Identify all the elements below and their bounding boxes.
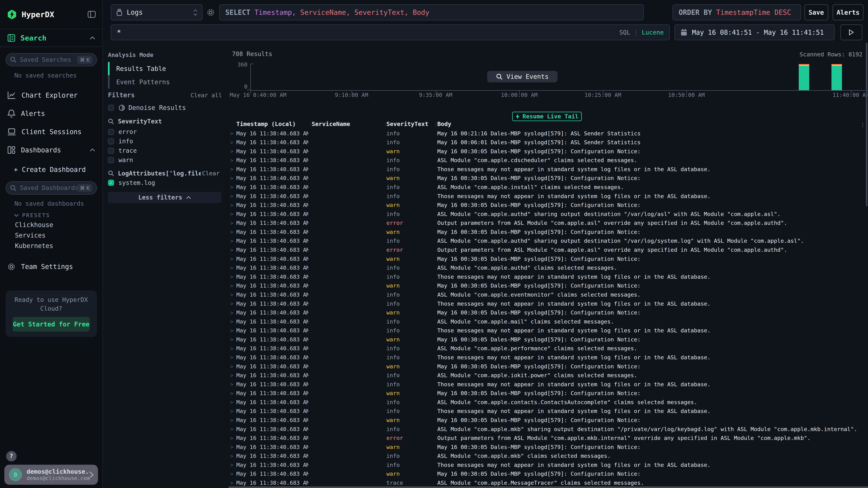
sidebar-item-client-sessions[interactable]: Client Sessions (0, 123, 102, 141)
table-row[interactable]: >May 16 11:38:40.683 AMwarnMay 16 00:30:… (228, 469, 866, 479)
table-row[interactable]: >May 16 11:38:40.683 AMinfoASL Module "c… (228, 452, 866, 460)
expand-row-icon[interactable]: > (228, 274, 236, 280)
table-row[interactable]: >May 16 11:38:40.683 AMinfoASL Module "c… (228, 425, 866, 433)
table-row[interactable]: >May 16 11:38:40.683 AMinfoASL Module "c… (228, 236, 866, 246)
user-menu[interactable]: D demos@clickhouse.com demos@clickhouse.… (4, 465, 98, 485)
expand-row-icon[interactable]: > (228, 229, 236, 235)
expand-row-icon[interactable]: > (228, 211, 236, 217)
expand-row-icon[interactable]: > (228, 130, 236, 136)
table-row[interactable]: >May 16 11:38:40.683 AMinfoThose message… (228, 272, 866, 281)
mode-sql[interactable]: SQL (619, 29, 630, 36)
col-severitytext[interactable]: SeverityText (386, 121, 433, 129)
table-row[interactable]: >May 16 11:38:40.683 AMtraceASL Module "… (228, 479, 866, 487)
table-row[interactable]: >May 16 11:38:40.683 AMinfoASL Module "c… (228, 156, 866, 165)
col-servicename[interactable]: ServiceName (312, 121, 383, 129)
table-row[interactable]: >May 16 11:38:40.683 AMwarnMay 16 00:30:… (228, 147, 866, 156)
checkbox[interactable] (108, 157, 114, 163)
facet-option-info[interactable]: info (108, 138, 133, 145)
expand-row-icon[interactable]: > (228, 336, 236, 342)
expand-row-icon[interactable]: > (228, 175, 236, 181)
checkbox-checked[interactable]: ✓ (108, 180, 114, 186)
view-events-button[interactable]: View Events (487, 71, 558, 83)
expand-row-icon[interactable]: > (228, 426, 236, 432)
table-row[interactable]: >May 16 11:38:40.683 AMinfoMay 16 00:06:… (228, 138, 866, 147)
order-by-input[interactable]: ORDER BY TimestampTime DESC (673, 4, 801, 21)
expand-row-icon[interactable]: > (228, 328, 236, 333)
expand-row-icon[interactable]: > (228, 390, 236, 396)
table-row[interactable]: >May 16 11:38:40.683 AMinfoThose message… (228, 299, 866, 308)
table-row[interactable]: >May 16 11:38:40.683 AMwarnMay 16 00:30:… (228, 254, 866, 263)
table-row[interactable]: >May 16 11:38:40.683 AMinfoASL Module "c… (228, 263, 866, 272)
table-row[interactable]: >May 16 11:38:40.683 AMwarnMay 16 00:30:… (228, 228, 866, 236)
get-started-button[interactable]: Get Started for Free (13, 317, 90, 331)
checkbox[interactable] (108, 138, 114, 144)
expand-row-icon[interactable]: > (228, 292, 236, 297)
facet-option-system-log[interactable]: ✓ system.log (108, 179, 155, 186)
column-resize-handle[interactable]: ⋮ (308, 121, 312, 129)
expand-row-icon[interactable]: > (228, 310, 236, 316)
expand-row-icon[interactable]: > (228, 265, 236, 271)
facet-option-trace[interactable]: trace (108, 147, 137, 154)
source-settings-gear-icon[interactable] (207, 8, 215, 17)
table-row[interactable]: >May 16 11:38:40.683 AMerrorOutput param… (228, 219, 866, 228)
expand-row-icon[interactable]: > (228, 363, 236, 369)
expand-row-icon[interactable]: > (228, 480, 236, 486)
expand-row-icon[interactable]: > (228, 399, 236, 405)
table-row[interactable]: >May 16 11:38:40.683 AMwarnMay 16 00:30:… (228, 443, 866, 452)
resume-live-tail-button[interactable]: Resume Live Tail (512, 112, 582, 121)
sidebar-item-search[interactable]: Search (0, 29, 102, 47)
checkbox[interactable] (108, 148, 114, 154)
collapse-sidebar-icon[interactable] (88, 10, 96, 18)
expand-row-icon[interactable]: > (228, 166, 236, 172)
preset-kubernetes[interactable]: Kubernetes (15, 242, 102, 250)
expand-row-icon[interactable]: > (228, 247, 236, 253)
search-icon[interactable] (108, 119, 114, 125)
expand-row-icon[interactable]: > (228, 471, 236, 477)
create-dashboard-button[interactable]: + Create Dashboard (0, 161, 102, 178)
table-row[interactable]: >May 16 11:38:40.683 AMwarnMay 16 00:30:… (228, 416, 866, 425)
table-row[interactable]: >May 16 11:38:40.683 AMwarnMay 16 00:30:… (228, 281, 866, 290)
table-row[interactable]: >May 16 11:38:40.683 AMinfoThose message… (228, 192, 866, 201)
table-row[interactable]: >May 16 11:38:40.683 AMinfoThose message… (228, 380, 866, 389)
expand-row-icon[interactable]: > (228, 301, 236, 306)
denoise-checkbox[interactable] (108, 105, 114, 111)
expand-row-icon[interactable]: > (228, 408, 236, 414)
table-row[interactable]: >May 16 11:38:40.683 AMinfoASL Module "c… (228, 398, 866, 407)
expand-row-icon[interactable]: > (228, 381, 236, 387)
column-resize-handle[interactable]: ⋮ (383, 121, 386, 129)
expand-row-icon[interactable]: > (228, 354, 236, 360)
table-row[interactable]: >May 16 11:38:40.683 AMwarnMay 16 00:30:… (228, 201, 866, 210)
expand-row-icon[interactable]: > (228, 444, 236, 450)
sidebar-item-chart-explorer[interactable]: Chart Explorer (0, 86, 102, 104)
facet-option-error[interactable]: error (108, 128, 137, 135)
col-body[interactable]: Body (437, 121, 860, 129)
saved-dashboards-input[interactable]: Saved Dashboards ⌘ K (6, 181, 97, 194)
expand-row-icon[interactable]: > (228, 462, 236, 468)
table-row[interactable]: >May 16 11:38:40.683 AMinfoThose message… (228, 353, 866, 362)
expand-row-icon[interactable]: > (228, 453, 236, 459)
alerts-button[interactable]: Alerts (833, 4, 864, 21)
preset-clickhouse[interactable]: Clickhouse (15, 221, 102, 229)
expand-row-icon[interactable]: > (228, 319, 236, 324)
table-row[interactable]: >May 16 11:38:40.683 AMinfoASL Module "c… (228, 317, 866, 326)
expand-row-icon[interactable]: > (228, 435, 236, 441)
table-row[interactable]: >May 16 11:38:40.683 AMinfoThose message… (228, 407, 866, 416)
expand-row-icon[interactable]: > (228, 346, 236, 351)
expand-row-icon[interactable]: > (228, 417, 236, 423)
saved-searches-input[interactable]: Saved Searches ⌘ K (6, 53, 97, 66)
source-select[interactable]: Logs (111, 4, 203, 21)
sidebar-item-dashboards[interactable]: Dashboards (0, 141, 102, 159)
column-resize-handle[interactable]: ⋮ (433, 121, 437, 129)
table-row[interactable]: >May 16 11:38:40.683 AMinfoASL Module "c… (228, 371, 866, 380)
table-row[interactable]: >May 16 11:38:40.683 AMinfoThose message… (228, 326, 866, 335)
table-row[interactable]: >May 16 11:38:40.683 AMwarnMay 16 00:30:… (228, 174, 866, 183)
run-query-button[interactable] (840, 24, 862, 40)
mode-results-table[interactable]: Results Table (108, 62, 221, 75)
help-button[interactable]: ? (6, 451, 17, 461)
denoise-checkbox-row[interactable]: Denoise Results (108, 104, 186, 111)
expand-row-icon[interactable]: > (228, 139, 236, 145)
table-row[interactable]: >May 16 11:38:40.683 AMinfoASL Module "c… (228, 290, 866, 299)
expand-row-icon[interactable]: > (228, 157, 236, 163)
expand-row-icon[interactable]: > (228, 220, 236, 226)
sidebar-item-team-settings[interactable]: Team Settings (0, 258, 102, 276)
